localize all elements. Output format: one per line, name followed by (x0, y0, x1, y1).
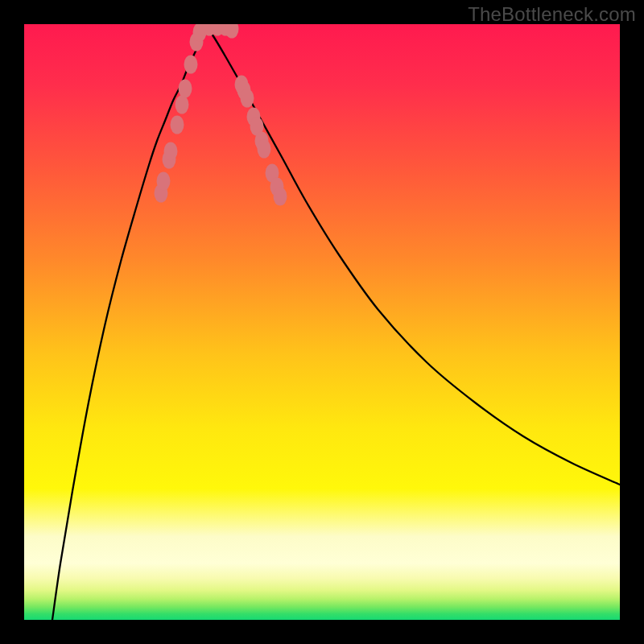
data-marker-left (171, 116, 184, 134)
data-marker-left (157, 172, 171, 191)
watermark-text: TheBottleneck.com (468, 3, 636, 26)
data-marker-bottom (225, 24, 239, 39)
markers-layer (24, 24, 620, 620)
data-marker-left (179, 80, 192, 98)
data-marker-right (258, 140, 271, 159)
data-marker-left (184, 56, 198, 74)
plot-area (24, 24, 620, 620)
data-marker-right (274, 188, 287, 206)
data-marker-left (164, 142, 178, 161)
data-marker-left (175, 96, 189, 114)
data-marker-right (241, 89, 254, 108)
chart-frame: TheBottleneck.com (0, 0, 644, 644)
